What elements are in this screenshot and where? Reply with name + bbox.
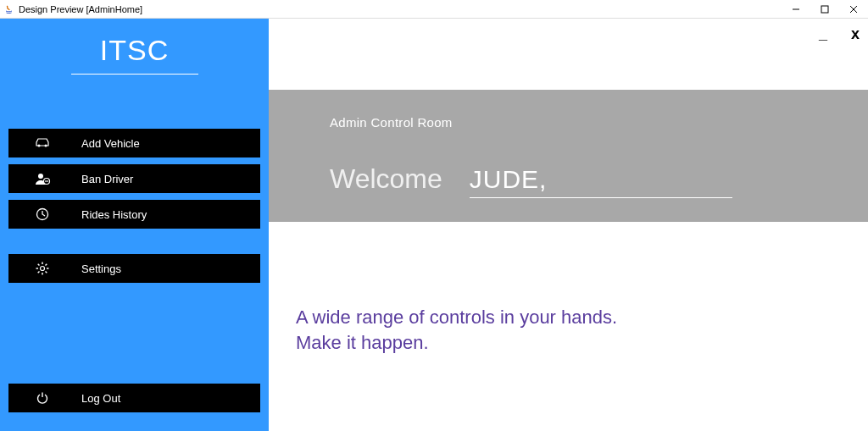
sidebar-item-settings[interactable]: Settings: [8, 254, 260, 283]
minimize-button[interactable]: [782, 0, 810, 19]
sidebar-item-label: Rides History: [76, 208, 147, 221]
welcome-name: JUDE,: [470, 165, 732, 198]
sidebar-item-logout[interactable]: Log Out: [8, 384, 260, 412]
window-close-button[interactable]: [839, 0, 868, 19]
secondary-minimize-button[interactable]: _: [819, 25, 827, 43]
hero-panel: Admin Control Room Welcome JUDE,: [269, 90, 868, 222]
maximize-button[interactable]: [810, 0, 839, 19]
sidebar-item-label: Add Vehicle: [76, 137, 140, 150]
clock-icon: [8, 207, 76, 221]
window-controls: [782, 0, 868, 19]
power-icon: [8, 391, 76, 405]
sidebar-item-ban-driver[interactable]: Ban Driver: [8, 164, 260, 193]
sidebar-menu: Add Vehicle Ban Driver Rides History Set…: [0, 129, 269, 283]
tagline: A wide range of controls in your hands. …: [296, 305, 617, 355]
sidebar-item-label: Log Out: [76, 392, 120, 405]
java-icon: [3, 3, 15, 15]
svg-rect-1: [821, 6, 828, 13]
welcome-label: Welcome: [330, 163, 442, 195]
app-logo: ITSC: [0, 34, 269, 67]
hero-title: Admin Control Room: [330, 115, 868, 130]
tagline-line1: A wide range of controls in your hands.: [296, 305, 617, 330]
svg-line-16: [46, 272, 47, 274]
window-titlebar: Design Preview [AdminHome]: [0, 0, 868, 19]
secondary-close-button[interactable]: x: [851, 25, 860, 43]
main-content: Admin Control Room Welcome JUDE, A wide …: [269, 19, 868, 431]
window-title: Design Preview [AdminHome]: [19, 4, 142, 14]
svg-line-15: [38, 264, 40, 266]
sidebar-item-rides-history[interactable]: Rides History: [8, 200, 260, 229]
svg-point-5: [45, 145, 47, 147]
tagline-line2: Make it happen.: [296, 330, 617, 356]
svg-point-10: [41, 267, 45, 271]
logo-underline: [71, 74, 198, 75]
svg-point-4: [38, 145, 41, 147]
sidebar-item-label: Settings: [76, 262, 121, 275]
sidebar-item-add-vehicle[interactable]: Add Vehicle: [8, 129, 260, 157]
gear-icon: [8, 262, 76, 275]
svg-point-6: [38, 174, 43, 179]
car-icon: [8, 137, 76, 149]
svg-line-17: [38, 272, 40, 274]
user-ban-icon: [8, 172, 76, 185]
secondary-window-controls: _ x: [819, 25, 860, 43]
sidebar: ITSC Add Vehicle Ban Driver Rides Histor…: [0, 19, 269, 431]
sidebar-item-label: Ban Driver: [76, 173, 133, 185]
svg-line-18: [46, 264, 47, 266]
